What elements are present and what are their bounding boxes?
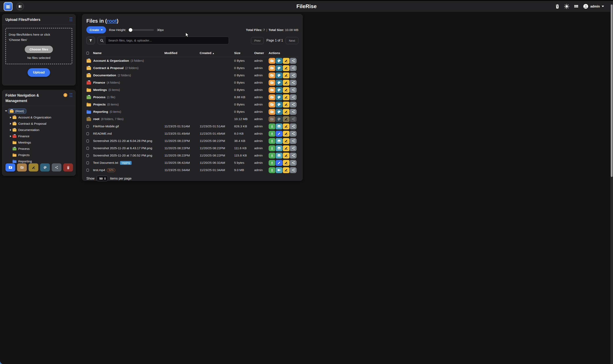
column-header-size[interactable]: Size xyxy=(234,51,254,55)
rename-button[interactable] xyxy=(283,116,290,122)
row-checkbox[interactable] xyxy=(86,125,89,128)
tree-item-process[interactable]: Process xyxy=(5,145,73,152)
image-button[interactable] xyxy=(276,153,282,158)
image-button[interactable] xyxy=(276,123,282,129)
rename-folder-button[interactable] xyxy=(28,163,38,171)
rename-button[interactable] xyxy=(283,138,290,144)
download-button[interactable] xyxy=(269,167,275,173)
share-button[interactable] xyxy=(290,138,297,144)
move-button[interactable] xyxy=(269,65,275,71)
share-button[interactable] xyxy=(290,65,297,71)
folder-name[interactable]: Meetings xyxy=(93,88,107,92)
palette-button[interactable] xyxy=(276,116,282,122)
share-button[interactable] xyxy=(290,102,297,107)
share-button[interactable] xyxy=(290,153,297,158)
slider-thumb[interactable] xyxy=(129,28,132,32)
tree-item-projects[interactable]: Projects xyxy=(5,152,73,158)
row-checkbox[interactable] xyxy=(86,132,89,135)
share-button[interactable] xyxy=(290,123,297,129)
rename-button[interactable] xyxy=(283,167,290,173)
share-button[interactable] xyxy=(290,167,297,173)
palette-button[interactable] xyxy=(276,65,282,71)
row-checkbox[interactable] xyxy=(86,154,89,157)
share-folder-button[interactable] xyxy=(52,163,61,171)
row-height-slider[interactable] xyxy=(129,29,154,31)
image-button[interactable] xyxy=(276,138,282,144)
share-button[interactable] xyxy=(290,94,297,100)
rename-button[interactable] xyxy=(283,94,290,100)
caret-down-icon[interactable] xyxy=(5,110,7,112)
table-row-screenshot-2025-11-20-at-6-43-17-pm-png[interactable]: Screenshot 2025-11-20 at 6.43.17 PM.png1… xyxy=(86,144,298,152)
palette-button[interactable] xyxy=(276,94,282,100)
rename-button[interactable] xyxy=(283,131,290,137)
move-button[interactable] xyxy=(269,87,275,93)
move-button[interactable] xyxy=(269,72,275,78)
table-row-account-organization[interactable]: Account & Organization(3 folders)0 Bytes… xyxy=(86,57,298,64)
choose-files-button[interactable]: Choose files xyxy=(25,46,53,53)
folder-name[interactable]: Account & Organization xyxy=(93,59,129,63)
share-button[interactable] xyxy=(290,58,297,64)
column-header-created[interactable]: Created ▲ xyxy=(200,51,234,55)
move-button[interactable] xyxy=(269,116,275,122)
table-row-readme-md[interactable]: README.md11/23/25 01:49AM11/23/25 01:49A… xyxy=(86,130,298,137)
table-row-screenshot-2025-11-20-at-7-00-52-pm-png[interactable]: Screenshot 2025-11-20 at 7.00.52 PM.png1… xyxy=(86,152,298,159)
row-checkbox[interactable] xyxy=(86,161,89,164)
table-row-root[interactable]: root(8 folders, 7 files)10.12 MBadmin xyxy=(86,115,298,123)
share-button[interactable] xyxy=(290,131,297,137)
share-button[interactable] xyxy=(290,72,297,78)
new-folder-button[interactable] xyxy=(5,163,15,171)
edit-button[interactable] xyxy=(276,160,282,166)
folder-name[interactable]: Projects xyxy=(93,103,106,106)
folder-name[interactable]: Reporting xyxy=(93,110,108,114)
table-row-reporting[interactable]: Reporting(0 items)0 Bytesadmin xyxy=(86,108,298,115)
caret-right-icon[interactable] xyxy=(10,117,11,118)
rename-button[interactable] xyxy=(283,145,290,151)
dropzone[interactable]: Drop files/folders here or click 'Choose… xyxy=(5,28,72,64)
column-header-owner[interactable]: Owner xyxy=(254,51,269,55)
video-button[interactable] xyxy=(276,167,282,173)
palette-button[interactable] xyxy=(276,87,282,93)
table-row-filerise-mobile-gif[interactable]: FileRise-Mobile.gif11/23/25 01:51AM11/23… xyxy=(86,123,298,130)
folder-name[interactable]: root xyxy=(93,117,99,121)
file-name[interactable]: Screenshot 2025-11-20 at 6.04.28 PM.png xyxy=(93,139,152,143)
folder-name[interactable]: Finance xyxy=(93,81,105,84)
table-row-test-mp4[interactable]: test.mp452%11/23/25 01:34AM11/23/25 01:3… xyxy=(86,166,298,174)
upload-button[interactable]: Upload xyxy=(28,68,50,77)
search-input[interactable] xyxy=(106,37,229,44)
create-button[interactable]: Create xyxy=(86,26,106,33)
caret-right-icon[interactable] xyxy=(10,135,11,137)
palette-button[interactable] xyxy=(276,80,282,86)
download-button[interactable] xyxy=(269,138,275,144)
select-all-checkbox[interactable] xyxy=(86,52,89,55)
download-button[interactable] xyxy=(269,145,275,151)
file-name[interactable]: Screenshot 2025-11-20 at 7.00.52 PM.png xyxy=(93,154,152,157)
prev-page-button[interactable]: Prev xyxy=(251,37,264,44)
table-row-documentation[interactable]: Documentation(2 folders)0 Bytesadmin xyxy=(86,72,298,79)
rename-button[interactable] xyxy=(283,153,290,158)
palette-button[interactable] xyxy=(276,109,282,115)
table-row-projects[interactable]: Projects(0 items)0 Bytesadmin xyxy=(86,101,298,108)
edit-button[interactable] xyxy=(276,131,282,137)
color-folder-button[interactable] xyxy=(40,163,50,171)
tree-item-meetings[interactable]: Meetings xyxy=(5,139,73,145)
file-name[interactable]: Text Document.txt xyxy=(93,161,118,165)
share-button[interactable] xyxy=(290,80,297,86)
download-button[interactable] xyxy=(269,153,275,158)
drag-handle-icon[interactable] xyxy=(70,17,72,21)
root-breadcrumb-link[interactable]: root xyxy=(107,18,117,24)
download-button[interactable] xyxy=(269,160,275,166)
table-row-process[interactable]: Process(1 file)8.88 KBadmin xyxy=(86,93,298,101)
move-button[interactable] xyxy=(269,58,275,64)
column-header-modified[interactable]: Modified xyxy=(164,51,200,55)
move-button[interactable] xyxy=(269,94,275,100)
rename-button[interactable] xyxy=(283,109,290,115)
filerise-logo-icon[interactable] xyxy=(4,2,13,11)
delete-folder-button[interactable] xyxy=(63,163,73,171)
rename-button[interactable] xyxy=(283,123,290,129)
share-button[interactable] xyxy=(290,87,297,93)
move-button[interactable] xyxy=(269,80,275,86)
folder-name[interactable]: Contract & Proposal xyxy=(93,66,124,70)
table-row-contract-proposal[interactable]: Contract & Proposal(2 folders)0 Bytesadm… xyxy=(86,64,298,72)
image-button[interactable] xyxy=(276,145,282,151)
rename-button[interactable] xyxy=(283,87,290,93)
